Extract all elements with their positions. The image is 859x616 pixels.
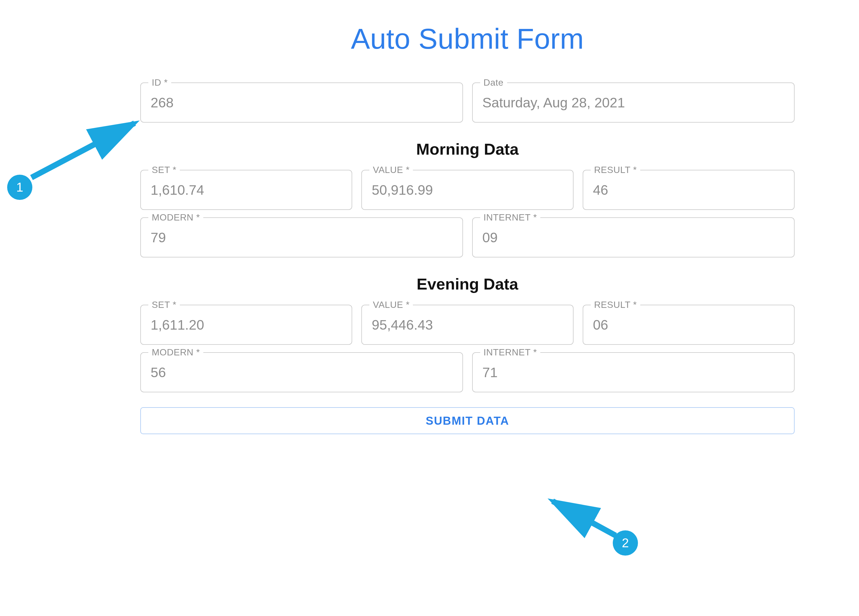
evening-result-field: RESULT * (583, 305, 795, 345)
callout-badge-1: 1 (7, 175, 32, 200)
evening-internet-field: INTERNET * (472, 352, 795, 392)
evening-internet-label: INTERNET * (480, 347, 540, 358)
callout-badge-2: 2 (613, 530, 638, 555)
morning-set-field: SET * (140, 170, 352, 210)
id-input[interactable] (150, 94, 453, 111)
evening-value-label: VALUE * (369, 300, 413, 310)
evening-modern-field: MODERN * (140, 352, 463, 392)
morning-result-label: RESULT * (591, 165, 640, 175)
morning-value-field: VALUE * (361, 170, 573, 210)
id-field: ID * (140, 83, 463, 123)
evening-set-label: SET * (148, 300, 180, 310)
date-label: Date (480, 77, 507, 88)
morning-modern-field: MODERN * (140, 217, 463, 258)
evening-modern-label: MODERN * (148, 347, 203, 358)
morning-set-input[interactable] (150, 182, 342, 198)
date-field: Date (472, 83, 795, 123)
form-card: Auto Submit Form ID * Date Morning Data … (114, 5, 820, 552)
date-input[interactable] (482, 94, 785, 111)
evening-modern-input[interactable] (150, 364, 453, 381)
morning-result-input[interactable] (592, 182, 785, 198)
evening-section-title: Evening Data (140, 275, 795, 293)
morning-modern-input[interactable] (150, 229, 453, 246)
morning-modern-label: MODERN * (148, 212, 203, 223)
morning-set-label: SET * (148, 165, 180, 175)
svg-line-1 (553, 501, 615, 536)
page-title: Auto Submit Form (140, 22, 795, 55)
morning-value-input[interactable] (371, 182, 564, 198)
morning-section-title: Morning Data (140, 140, 795, 158)
morning-result-field: RESULT * (583, 170, 795, 210)
svg-line-0 (31, 123, 134, 178)
morning-value-label: VALUE * (369, 165, 413, 175)
arrow-icon (20, 117, 140, 183)
submit-button[interactable]: SUBMIT DATA (140, 407, 795, 434)
id-label: ID * (148, 77, 171, 88)
evening-result-input[interactable] (592, 317, 785, 333)
evening-set-input[interactable] (150, 317, 342, 333)
morning-internet-label: INTERNET * (480, 212, 540, 223)
evening-set-field: SET * (140, 305, 352, 345)
evening-internet-input[interactable] (482, 364, 785, 381)
morning-internet-input[interactable] (482, 229, 785, 246)
morning-internet-field: INTERNET * (472, 217, 795, 258)
evening-value-input[interactable] (371, 317, 564, 333)
evening-value-field: VALUE * (361, 305, 573, 345)
evening-result-label: RESULT * (591, 300, 640, 310)
